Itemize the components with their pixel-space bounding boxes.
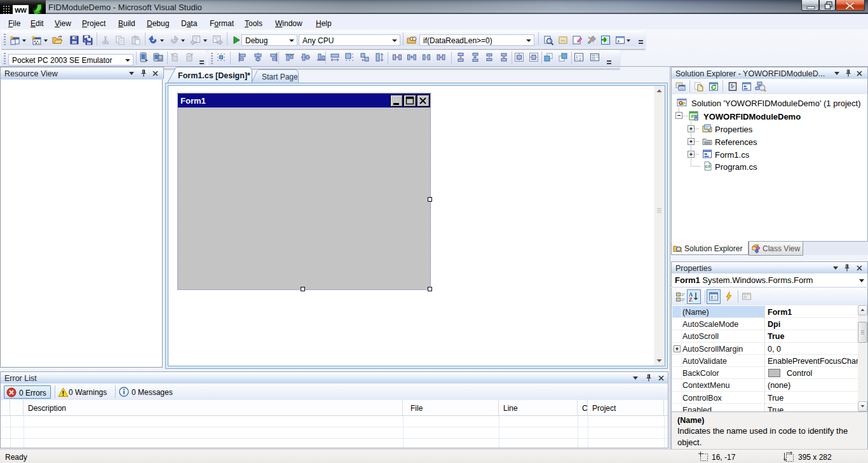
svg-text:Form1.cs [Design]*: Form1.cs [Design]* xyxy=(178,71,250,80)
svg-text:Z: Z xyxy=(689,296,693,303)
svg-text:Start Page: Start Page xyxy=(262,73,298,81)
svg-text:c#: c# xyxy=(705,163,711,169)
svg-text:#: # xyxy=(691,113,694,120)
